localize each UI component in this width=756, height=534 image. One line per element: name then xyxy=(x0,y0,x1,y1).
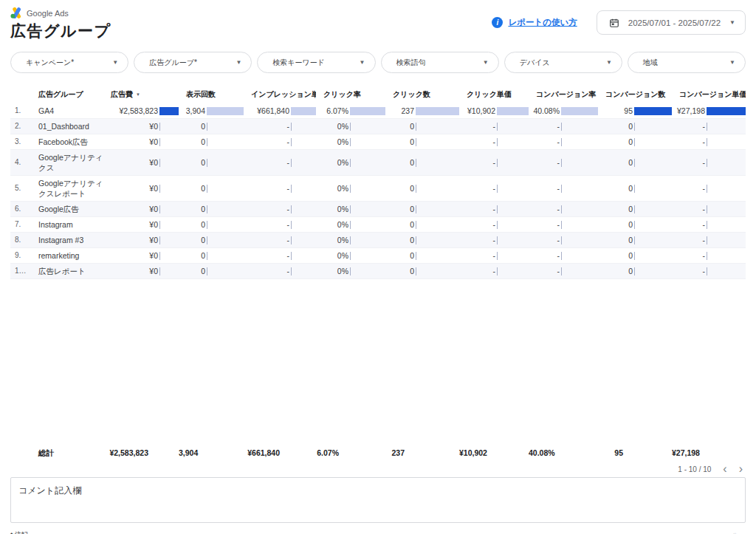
value-bar xyxy=(291,159,316,167)
value-bar xyxy=(291,205,316,213)
report-help-link[interactable]: i レポートの使い方 xyxy=(492,17,577,28)
column-header[interactable]: 広告費▼ xyxy=(103,89,179,100)
metric-value: 0 xyxy=(410,235,414,245)
value-bar xyxy=(634,236,672,244)
value-bar xyxy=(416,205,459,213)
filter-chip[interactable]: 地域 ▼ xyxy=(628,52,746,73)
value-bar xyxy=(207,236,244,244)
row-number: 2. xyxy=(10,119,30,134)
value-bar xyxy=(497,123,529,131)
metric-value: 0 xyxy=(201,157,205,168)
table-row[interactable]: 9.remarketing¥00-0%0--0- xyxy=(10,248,746,264)
filter-bar: キャンペーン* ▼ 広告グループ* ▼ 検索キーワード ▼ 検索語句 ▼ デバイ… xyxy=(0,41,756,73)
column-header[interactable]: クリック数 xyxy=(385,89,459,100)
metric-value: 0 xyxy=(628,204,633,214)
value-bar xyxy=(497,159,529,167)
filter-label: デバイス xyxy=(520,58,550,68)
filter-label: キャンペーン* xyxy=(26,58,74,68)
chevron-down-icon: ▼ xyxy=(483,60,489,66)
metric-value: - xyxy=(493,157,496,168)
table-row[interactable]: 8.Instagram #3¥00-0%0--0- xyxy=(10,233,746,248)
table-header-row: 広告グループ 広告費▼表示回数インプレッション単価クリック率クリック数クリック単… xyxy=(10,88,746,103)
table-row[interactable]: 5.Googleアナリティクスレポート¥00-0%0--0- xyxy=(10,176,746,202)
table-row[interactable]: 3.Facebook広告¥00-0%0--0- xyxy=(10,134,746,150)
column-header[interactable]: クリック単価 xyxy=(459,89,529,100)
table-row[interactable]: 1.GA4¥2,583,8233,904¥661,8406.07%237¥10,… xyxy=(10,103,746,119)
table-row[interactable]: 6.Google広告¥00-0%0--0- xyxy=(10,202,746,217)
value-bar xyxy=(350,252,385,260)
filter-label: 広告グループ* xyxy=(149,58,197,68)
chevron-left-icon[interactable]: ‹ xyxy=(723,465,726,473)
metric-value: 0 xyxy=(628,219,633,230)
total-value: 40.08% xyxy=(529,445,598,460)
chevron-down-icon: ▼ xyxy=(360,60,365,66)
metric-value: - xyxy=(703,157,706,168)
row-dimension-value: Instagram xyxy=(30,217,103,232)
value-bar xyxy=(707,236,746,244)
value-bar xyxy=(707,205,746,213)
value-bar xyxy=(634,159,672,167)
metric-cell: ¥0 xyxy=(103,181,179,196)
metric-value: ¥0 xyxy=(149,235,158,245)
metric-cell: 0% xyxy=(316,119,385,134)
metric-cell: - xyxy=(529,134,598,149)
metric-value: 95 xyxy=(624,106,633,116)
row-dimension-value: Instagram #3 xyxy=(30,233,103,247)
filter-chip[interactable]: キャンペーン* ▼ xyxy=(10,52,128,73)
value-bar xyxy=(634,138,672,146)
value-bar xyxy=(497,221,529,229)
value-bar xyxy=(350,267,385,275)
metric-value: ¥0 xyxy=(149,183,158,194)
filter-chip[interactable]: デバイス ▼ xyxy=(504,52,622,73)
row-dimension-value: GA4 xyxy=(30,103,103,118)
filter-chip[interactable]: 検索キーワード ▼ xyxy=(257,52,375,73)
column-header[interactable]: クリック率 xyxy=(316,89,385,100)
value-bar xyxy=(497,252,529,260)
value-bar xyxy=(416,252,459,260)
metric-value: 0 xyxy=(628,183,633,194)
metric-cell: - xyxy=(244,217,316,232)
column-header-dimension[interactable]: 広告グループ xyxy=(30,89,103,100)
column-header[interactable]: コンバージョン単価 xyxy=(672,89,746,100)
metric-cell: - xyxy=(672,248,746,263)
value-bar xyxy=(634,267,672,275)
metric-value: - xyxy=(493,137,496,147)
metric-value: - xyxy=(287,204,290,214)
metric-value: 0 xyxy=(201,204,205,214)
metric-cell: - xyxy=(244,134,316,149)
table-row[interactable]: 1…広告レポート¥00-0%0--0- xyxy=(10,264,746,279)
column-header[interactable]: コンバージョン数 xyxy=(598,89,672,100)
comment-box-label: コメント記入欄 xyxy=(18,485,81,496)
column-header[interactable]: コンバージョン率 xyxy=(529,89,598,100)
metric-cell: 0 xyxy=(598,181,672,196)
metric-cell: - xyxy=(244,119,316,134)
metric-value: - xyxy=(493,121,496,131)
row-dimension-value: Facebook広告 xyxy=(30,134,103,149)
value-bar xyxy=(561,107,598,115)
comment-box[interactable]: コメント記入欄 xyxy=(10,477,746,523)
column-header[interactable]: 表示回数 xyxy=(179,89,244,100)
row-number: 9. xyxy=(10,248,30,263)
metric-value: 0 xyxy=(201,266,205,276)
footnote: * 注記 xyxy=(10,530,28,534)
calendar-icon xyxy=(609,18,619,28)
value-bar xyxy=(159,159,179,167)
filter-chip[interactable]: 検索語句 ▼ xyxy=(381,52,499,73)
metric-value: - xyxy=(287,250,290,261)
table-row[interactable]: 7.Instagram¥00-0%0--0- xyxy=(10,217,746,233)
chevron-right-icon[interactable]: › xyxy=(739,465,743,473)
column-header[interactable]: インプレッション単価 xyxy=(244,89,316,100)
date-range-picker[interactable]: 2025/07/01 - 2025/07/22 ▼ xyxy=(597,10,746,35)
metric-cell: 0% xyxy=(316,202,385,216)
value-bar xyxy=(350,123,385,131)
table-row[interactable]: 2.01_Dashboard¥00-0%0--0- xyxy=(10,119,746,134)
value-bar xyxy=(350,138,385,146)
filter-chip[interactable]: 広告グループ* ▼ xyxy=(134,52,252,73)
value-bar xyxy=(291,123,316,131)
metric-value: 0 xyxy=(410,157,414,168)
metric-cell: 0 xyxy=(179,134,244,149)
value-bar xyxy=(497,185,529,193)
metric-cell: - xyxy=(459,233,529,247)
table-row[interactable]: 4.Googleアナリティクス¥00-0%0--0- xyxy=(10,150,746,176)
value-bar xyxy=(416,123,459,131)
